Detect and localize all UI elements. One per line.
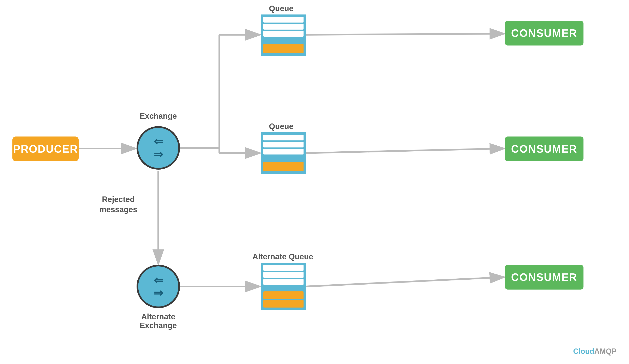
watermark-amqp: AMQP	[594, 347, 617, 356]
queue2-label: Queue	[269, 122, 293, 131]
queue2-bottom	[263, 162, 304, 171]
alt-arrow-right-icon: ⇒	[154, 287, 163, 298]
alt-arrow-left-icon: ⇐	[154, 274, 163, 286]
queue1-box	[261, 14, 306, 56]
arrow-right-icon: ⇒	[154, 149, 163, 160]
consumer1-label: CONSUMER	[511, 27, 577, 39]
watermark: CloudAMQP	[573, 347, 617, 356]
queue2-rows	[262, 133, 305, 162]
queue2-row2	[263, 142, 304, 147]
watermark-cloud: Cloud	[573, 347, 594, 356]
queue3-bottom	[262, 291, 305, 309]
queue1-bottom	[263, 44, 304, 53]
producer-box: PRODUCER	[12, 136, 79, 161]
alt-exchange-label: Alternate Exchange	[128, 312, 188, 330]
consumer3-box: CONSUMER	[505, 265, 584, 290]
svg-line-10	[306, 277, 504, 286]
queue1-label: Queue	[269, 4, 293, 13]
exchange-circle: ⇐ ⇒	[137, 126, 180, 170]
arrows-svg	[0, 0, 629, 364]
queue3-bar2	[263, 300, 304, 308]
queue3-box	[261, 263, 306, 310]
queue3-rows	[262, 264, 305, 291]
arrow-left-icon: ⇐	[154, 136, 163, 147]
queue3-row1	[263, 265, 304, 271]
queue3-row3	[263, 279, 304, 285]
alt-exchange-circle: ⇐ ⇒	[137, 265, 180, 308]
queue1-row1	[263, 17, 304, 22]
consumer2-label: CONSUMER	[511, 143, 577, 155]
producer-label: PRODUCER	[13, 143, 78, 155]
queue1-row2	[263, 24, 304, 30]
queue1-row3	[263, 31, 304, 37]
svg-line-7	[306, 148, 504, 153]
consumer2-box: CONSUMER	[505, 136, 584, 161]
queue3-label: Alternate Queue	[252, 252, 313, 261]
consumer1-box: CONSUMER	[505, 21, 584, 45]
exchange-arrows-icon: ⇐ ⇒	[154, 136, 163, 160]
svg-line-6	[306, 34, 504, 35]
queue2-row1	[263, 135, 304, 140]
consumer3-label: CONSUMER	[511, 271, 577, 283]
queue3-row2	[263, 272, 304, 278]
queue1-rows	[262, 15, 305, 44]
queue2-box	[261, 132, 306, 174]
rejected-messages-label: Rejectedmessages	[99, 194, 137, 215]
alt-exchange-arrows-icon: ⇐ ⇒	[154, 274, 163, 298]
exchange-label: Exchange	[137, 112, 180, 121]
queue2-row3	[263, 149, 304, 154]
queue3-bar1	[263, 291, 304, 299]
diagram-container: PRODUCER Exchange ⇐ ⇒ ⇐ ⇒ Alternate Exch…	[0, 0, 629, 364]
